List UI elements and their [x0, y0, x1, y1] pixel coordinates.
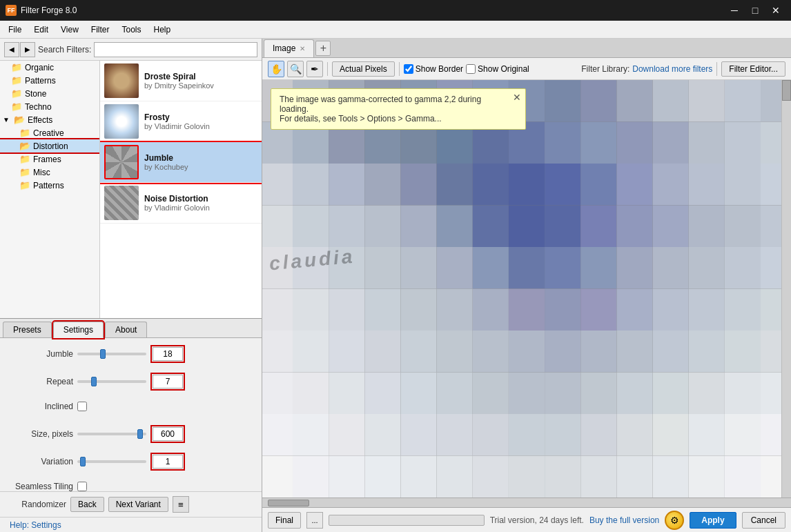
svg-rect-140: [437, 456, 473, 498]
next-variant-button[interactable]: Next Variant: [108, 497, 168, 512]
variation-value[interactable]: [153, 455, 183, 469]
filter-editor-button[interactable]: Filter Editor...: [721, 61, 785, 77]
svg-rect-92: [329, 331, 364, 373]
close-button[interactable]: ✕: [766, 1, 785, 20]
cancel-button[interactable]: Cancel: [742, 512, 785, 529]
h-scroll-thumb[interactable]: [268, 500, 309, 506]
new-tab-button[interactable]: +: [315, 41, 331, 56]
jumble-value[interactable]: [153, 347, 183, 361]
tree-item-patterns2[interactable]: 📁 Patterns: [0, 179, 99, 192]
search-input[interactable]: [94, 42, 257, 57]
menu-bar: File Edit View Filter Tools Help: [0, 21, 791, 39]
repeat-thumb[interactable]: [91, 377, 97, 386]
zoom-tool-button[interactable]: 🔍: [287, 61, 304, 77]
maximize-button[interactable]: □: [745, 1, 765, 20]
folder-icon: 📁: [19, 180, 30, 190]
hand-tool-button[interactable]: ✋: [268, 61, 284, 77]
gamma-close[interactable]: ✕: [513, 92, 521, 103]
svg-rect-142: [509, 456, 545, 498]
tree-label-organic: Organic: [25, 63, 54, 72]
seamless-checkbox[interactable]: [77, 482, 87, 491]
svg-rect-34: [400, 164, 436, 206]
filter-thumb-jumble: [104, 145, 139, 179]
svg-rect-54: [580, 206, 616, 248]
svg-rect-91: [293, 331, 329, 373]
tree-item-stone[interactable]: 📁 Stone: [0, 87, 99, 100]
tree-item-techno[interactable]: 📁 Techno: [0, 100, 99, 113]
menu-help[interactable]: Help: [148, 23, 177, 37]
setting-row-size: Size, pixels: [11, 425, 251, 443]
filter-item-frosty[interactable]: Frosty by Vladimir Golovin: [100, 101, 262, 142]
options-button[interactable]: ...: [306, 512, 323, 529]
menu-tools[interactable]: Tools: [117, 23, 147, 37]
setting-row-jumble: Jumble: [11, 345, 251, 363]
actual-pixels-button[interactable]: Actual Pixels: [332, 61, 395, 77]
size-thumb[interactable]: [137, 429, 143, 439]
size-value[interactable]: [153, 427, 183, 441]
tree-item-distortion[interactable]: 📂 Distortion: [0, 139, 99, 152]
svg-rect-13: [725, 80, 761, 122]
tree-item-misc[interactable]: 📁 Misc: [0, 166, 99, 179]
svg-rect-30: [262, 164, 293, 206]
repeat-track: [77, 380, 146, 383]
variation-thumb[interactable]: [80, 457, 86, 466]
help-link[interactable]: Help: Settings: [6, 519, 66, 531]
eyedropper-button[interactable]: ✒: [306, 61, 323, 77]
gamma-notice: The image was gamma-corrected to gamma 2…: [271, 88, 526, 130]
image-tab-main[interactable]: Image ✕: [264, 39, 314, 57]
svg-rect-38: [545, 164, 580, 206]
jumble-label: Jumble: [11, 349, 73, 359]
svg-rect-100: [616, 331, 652, 373]
svg-rect-62: [329, 247, 364, 289]
svg-rect-69: [580, 247, 616, 289]
folder-icon: 📁: [19, 167, 30, 177]
repeat-value[interactable]: [153, 375, 183, 388]
tree-item-frames[interactable]: 📁 Frames: [0, 152, 99, 166]
svg-rect-110: [437, 373, 473, 415]
show-original-text: Show Original: [478, 64, 529, 74]
bottom-bar: Final ... Trial version, 24 days left. B…: [262, 507, 791, 532]
randomizer-settings-button[interactable]: ≡: [173, 496, 189, 513]
folder-icon: 📁: [11, 62, 22, 72]
v-scrollbar[interactable]: [781, 80, 791, 497]
menu-view[interactable]: View: [55, 23, 84, 37]
filter-item-jumble[interactable]: Jumble by Kochubey: [100, 142, 262, 183]
tab-settings[interactable]: Settings: [53, 322, 104, 338]
menu-edit[interactable]: Edit: [28, 23, 54, 37]
svg-rect-42: [689, 164, 725, 206]
tree-item-patterns[interactable]: 📁 Patterns: [0, 74, 99, 87]
back-button[interactable]: Back: [70, 497, 104, 512]
apply-button[interactable]: Apply: [690, 512, 736, 529]
image-area: The image was gamma-corrected to gamma 2…: [262, 80, 791, 497]
buy-link[interactable]: Buy the full version: [589, 515, 659, 525]
tree-item-effects[interactable]: ▼ 📂 Effects: [0, 113, 99, 126]
tabs: Presets Settings About: [0, 319, 262, 338]
tab-presets[interactable]: Presets: [3, 322, 52, 337]
svg-rect-117: [689, 373, 725, 415]
filter-item-noise[interactable]: Noise Distortion by Vladimir Golovin: [100, 183, 262, 224]
filter-item-droste[interactable]: Droste Spiral by Dmitry Sapeinkov: [100, 61, 262, 101]
final-button[interactable]: Final: [268, 512, 301, 529]
h-scroll-bar[interactable]: [262, 497, 791, 507]
v-scrollbar-thumb[interactable]: [782, 80, 791, 101]
next-arrow[interactable]: ▶: [20, 42, 35, 57]
tab-about[interactable]: About: [105, 322, 147, 337]
svg-rect-95: [437, 331, 473, 373]
minimize-button[interactable]: ─: [725, 1, 744, 20]
show-original-checkbox[interactable]: [466, 64, 476, 74]
inclined-checkbox[interactable]: [77, 402, 87, 411]
filter-author-frosty: by Vladimir Golovin: [144, 122, 210, 130]
variation-track: [77, 460, 146, 463]
menu-filter[interactable]: Filter: [86, 23, 115, 37]
filter-library-link[interactable]: Download more filters: [632, 64, 712, 74]
show-border-checkbox[interactable]: [404, 64, 413, 74]
menu-file[interactable]: File: [3, 23, 27, 37]
tree-panel: 📁 Organic 📁 Patterns 📁 Stone 📁 Techno ▼: [0, 61, 100, 318]
image-tab-close[interactable]: ✕: [300, 45, 305, 52]
jumble-thumb[interactable]: [100, 349, 106, 359]
prev-arrow[interactable]: ◀: [4, 42, 19, 57]
tree-item-creative[interactable]: 📁 Creative: [0, 126, 99, 139]
tree-item-organic[interactable]: 📁 Organic: [0, 61, 99, 74]
svg-rect-24: [580, 122, 616, 164]
tree-label-creative: Creative: [33, 128, 64, 138]
